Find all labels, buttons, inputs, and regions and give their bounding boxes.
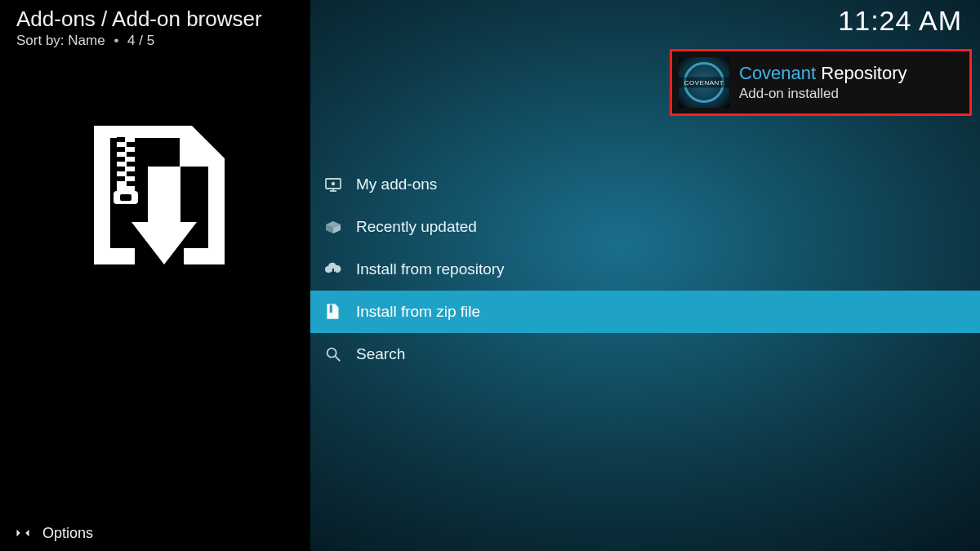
svg-rect-5 [117,157,125,162]
search-icon [322,343,345,366]
options-label: Options [42,525,93,542]
menu-item-install-from-repository[interactable]: Install from repository [310,248,980,291]
svg-rect-10 [127,181,135,186]
menu-item-install-from-zip-file[interactable]: Install from zip file [310,291,980,333]
menu-item-label: Recently updated [356,218,477,236]
menu-item-label: My add-ons [356,176,437,193]
zip-down-icon [322,300,345,323]
svg-rect-13 [148,167,180,224]
breadcrumb: Add-ons / Add-on browser [16,7,262,32]
sort-line: Sort by: Name • 4 / 5 [16,33,154,49]
svg-line-20 [336,357,341,362]
menu-item-my-addons[interactable]: My add-ons [310,163,980,206]
toast-title: Covenant Repository [739,63,906,84]
sort-value: Name [68,33,105,48]
svg-rect-2 [127,142,135,147]
svg-rect-4 [127,152,135,157]
options-button[interactable]: Options [0,515,310,551]
svg-point-19 [327,349,336,358]
svg-rect-8 [127,171,135,176]
menu-item-label: Install from zip file [356,303,480,321]
toast-title-rest: Repository [821,63,906,83]
svg-rect-6 [127,162,135,167]
separator-dot: • [109,33,123,48]
menu-item-recently-updated[interactable]: Recently updated [310,206,980,248]
clock: 11:24 AM [838,5,962,37]
toast-title-accent: Covenant [739,63,816,83]
zip-file-download-icon [86,118,233,276]
monitor-icon [322,173,345,196]
svg-rect-18 [330,304,332,313]
toast-subtitle: Add-on installed [739,86,906,102]
svg-rect-1 [117,137,125,142]
menu-item-label: Search [356,345,405,363]
svg-rect-3 [117,147,125,152]
item-counter: 4 / 5 [127,33,154,48]
cloud-down-icon [322,258,345,281]
sidebar-panel: Add-ons / Add-on browser Sort by: Name •… [0,0,310,551]
menu-item-search[interactable]: Search [310,333,980,375]
menu-item-label: Install from repository [356,260,505,278]
toast-thumb-text: COVENANT [679,78,729,88]
sort-prefix: Sort by: [16,33,65,48]
svg-rect-9 [117,176,125,181]
toast-text: Covenant Repository Add-on installed [739,63,906,102]
box-open-icon [322,216,345,238]
toast-thumbnail: COVENANT [679,57,729,108]
svg-rect-7 [117,167,125,171]
svg-rect-12 [120,194,131,201]
notification-toast[interactable]: COVENANT Covenant Repository Add-on inst… [670,49,972,116]
svg-point-17 [332,182,335,185]
options-arrows-icon [15,525,33,541]
addon-menu: My add-ons Recently updated Install from… [310,163,980,375]
